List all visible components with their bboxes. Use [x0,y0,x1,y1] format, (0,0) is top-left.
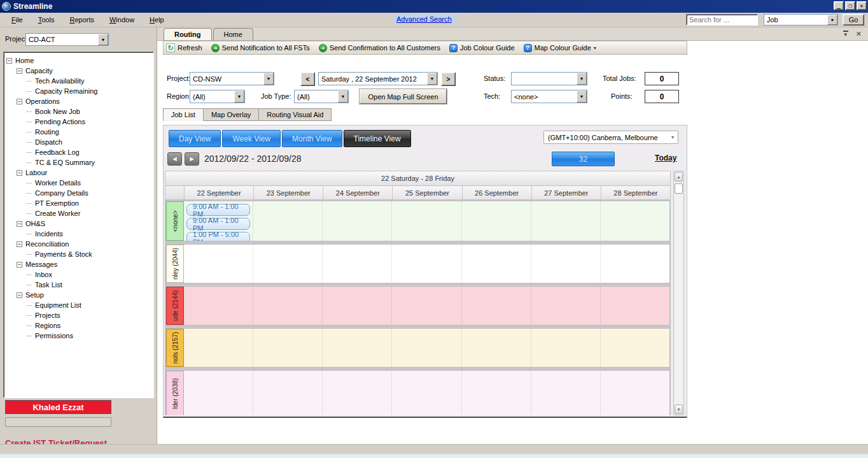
chevron-down-icon[interactable]: ▼ [338,90,348,103]
menu-file[interactable]: File [4,15,31,25]
view-button-month-view[interactable]: Month View [282,130,342,147]
tree-item-create-worker[interactable]: Create Worker [4,208,153,218]
schedule-cell[interactable] [392,287,461,325]
subtab-job-list[interactable]: Job List [163,108,204,121]
schedule-cell[interactable] [601,329,669,367]
search-input[interactable] [686,14,758,25]
collapse-icon[interactable]: − [17,292,22,298]
tree-item-inbox[interactable]: Inbox [4,269,153,280]
tree-item-task-list[interactable]: Task List [4,280,153,290]
collapse-panel-icon[interactable]: ▼ [843,31,848,38]
menu-help[interactable]: Help [142,15,172,25]
schedule-cell[interactable] [184,371,253,415]
open-map-full-screen-button[interactable]: Open Map Full Screen [360,89,447,104]
close-panel-icon[interactable]: ✕ [856,30,862,38]
today-link[interactable]: Today [655,154,676,162]
restore-icon[interactable]: ❐ [845,1,855,10]
date-select[interactable]: Saturday , 22 September 2012 ▼ [318,72,438,85]
schedule-cell[interactable] [601,201,669,241]
schedule-cell[interactable] [184,245,253,283]
job-type-select[interactable]: (All) ▼ [294,90,349,103]
schedule-cell[interactable] [253,371,323,415]
chevron-down-icon[interactable]: ▾ [671,134,674,140]
scroll-up-icon[interactable]: ▲ [675,172,683,182]
schedule-cell[interactable] [253,287,323,325]
go-button[interactable]: Go [843,14,864,25]
tree-item-messages[interactable]: −Messages [4,259,153,269]
tree-item-permissions[interactable]: Permissions [4,331,153,341]
collapse-icon[interactable]: − [17,221,22,227]
schedule-cell[interactable] [323,371,392,415]
toolbar-refresh[interactable]: ↻Refresh [166,43,202,52]
tree-item-oh-s[interactable]: −OH&S [4,218,153,229]
user-button[interactable]: Khaled Ezzat [5,400,111,414]
minimize-icon[interactable]: _ [834,1,844,10]
tree-item-setup[interactable]: −Setup [4,290,153,300]
schedule-cell[interactable] [253,245,323,283]
tree-item-projects[interactable]: Projects [4,310,153,320]
schedule-cell[interactable] [601,287,669,325]
prev-week-button[interactable]: ◀ [167,152,182,166]
tree-item-book-new-job[interactable]: Book New Job [4,106,153,117]
schedule-cell[interactable] [392,201,461,241]
scroll-thumb[interactable] [675,183,683,194]
schedule-cell[interactable] [531,329,601,367]
chevron-down-icon[interactable]: ▼ [427,73,437,85]
collapse-icon[interactable]: − [17,241,22,247]
tab-routing[interactable]: Routing [164,28,212,40]
menu-reports[interactable]: Reports [62,15,102,25]
collapse-icon[interactable]: − [17,68,22,74]
schedule-cell[interactable] [462,371,531,415]
toolbar-send-notification-to-all-fsts[interactable]: ➜Send Notification to All FSTs [211,44,310,52]
next-week-button[interactable]: ▶ [185,152,199,166]
sidebar-project-select[interactable]: CD-ACT ▼ [25,33,109,46]
tree-item-capacity-remaining[interactable]: Capacity Remaining [4,86,153,96]
tree-item-worker-details[interactable]: Worker Details [4,178,153,188]
collapse-icon[interactable]: − [17,99,22,104]
schedule-cell[interactable] [531,245,601,283]
tree-item-home[interactable]: −Home [4,55,153,66]
row-label[interactable]: <none> [166,201,184,241]
tree-item-equipment-list[interactable]: Equipment List [4,300,153,310]
tree-item-tc-eq-summary[interactable]: TC & EQ Summary [4,157,153,168]
row-label[interactable]: lder (2038) [166,371,184,415]
tree-item-incidents[interactable]: Incidents [4,229,153,239]
toolbar-map-colour-guide[interactable]: ?Map Colour Guide▾ [524,44,596,52]
chevron-down-icon[interactable]: ▼ [827,15,837,25]
appointment[interactable]: 9:00 AM - 1:00 PM [186,218,250,230]
tree-item-regions[interactable]: Regions [4,320,153,331]
schedule-cell[interactable] [462,329,531,367]
tech-select[interactable]: <none> ▼ [511,90,587,103]
chevron-down-icon[interactable]: ▼ [577,73,587,85]
region-select[interactable]: (All) ▼ [190,90,245,103]
tree-item-reconciliation[interactable]: −Reconciliation [4,239,153,249]
tree-item-pt-exemption[interactable]: PT Exemption [4,198,153,208]
row-label[interactable]: nols (2157) [166,329,184,367]
toolbar-job-colour-guide[interactable]: ?Job Colour Guide [449,44,515,52]
view-button-day-view[interactable]: Day View [169,130,221,147]
collapse-icon[interactable]: − [17,262,22,268]
tree-item-labour[interactable]: −Labour [4,168,153,178]
view-button-timeline-view[interactable]: Timeline View [344,130,411,147]
schedule-cell[interactable] [601,245,669,283]
schedule-cell[interactable] [601,371,669,415]
scroll-down-icon[interactable]: ▼ [675,404,683,414]
tree-item-operations[interactable]: −Operations [4,96,153,106]
menu-tools[interactable]: Tools [31,15,62,25]
collapse-icon[interactable]: − [6,58,12,64]
row-label[interactable]: ude (2144) [166,287,184,325]
project-select[interactable]: CD-NSW ▼ [190,72,274,85]
schedule-cell[interactable] [184,287,253,325]
tree-item-routing[interactable]: Routing [4,127,153,137]
schedule-cell[interactable] [392,329,461,367]
subtab-routing-visual-aid[interactable]: Routing Visual Aid [259,108,332,121]
schedule-cell[interactable] [323,287,392,325]
collapse-icon[interactable]: − [17,170,22,176]
prev-day-button[interactable]: < [300,72,315,86]
schedule-cell[interactable] [531,287,601,325]
schedule-cell[interactable] [253,201,323,241]
timezone-select[interactable]: (GMT+10:00) Canberra, Melbourne ▾ [543,131,678,144]
status-select[interactable]: ▼ [511,72,587,85]
job-count-badge[interactable]: 32 [552,152,615,166]
chevron-down-icon[interactable]: ▼ [263,73,274,85]
